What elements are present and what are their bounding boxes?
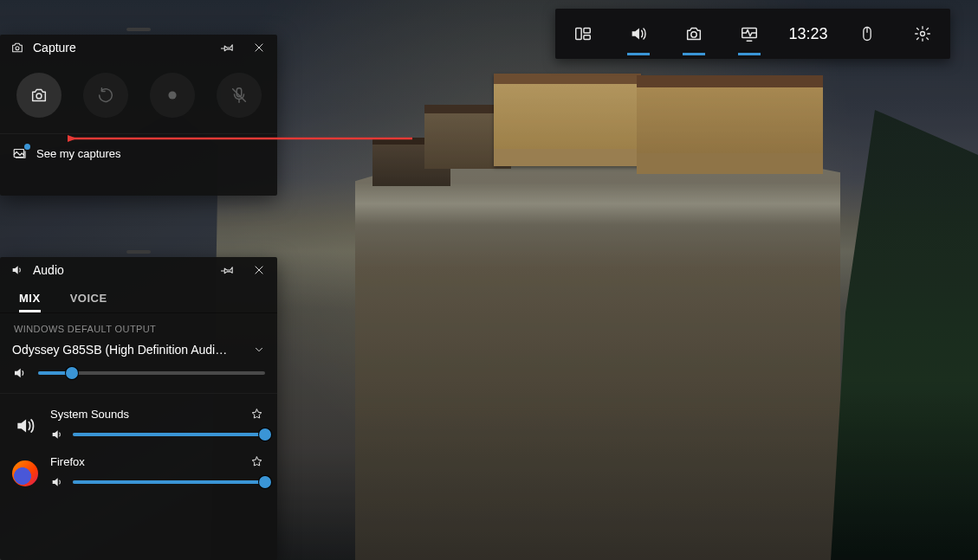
- record-last-button[interactable]: [83, 73, 128, 118]
- app-name: Firefox: [50, 455, 85, 468]
- favorite-button[interactable]: [250, 408, 263, 421]
- capture-title: Capture: [33, 41, 76, 55]
- pin-button[interactable]: [217, 259, 239, 281]
- mixer-row-firefox: Firefox: [12, 450, 265, 498]
- see-my-captures-button[interactable]: See my captures: [0, 133, 277, 172]
- audio-button[interactable]: [611, 9, 666, 59]
- capture-panel: Capture See my captures: [0, 35, 277, 196]
- app-name: System Sounds: [50, 408, 129, 421]
- pin-button[interactable]: [217, 36, 239, 59]
- drag-handle[interactable]: [126, 250, 151, 254]
- screenshot-button[interactable]: [16, 73, 62, 118]
- master-volume-slider[interactable]: [38, 371, 265, 375]
- mic-toggle-button[interactable]: [217, 73, 262, 118]
- tab-mix[interactable]: MIX: [19, 286, 41, 312]
- svg-point-10: [168, 91, 176, 99]
- output-device-name: Odyssey G85SB (High Definition Audio D..…: [12, 343, 229, 357]
- settings-button[interactable]: [895, 9, 950, 59]
- capture-button[interactable]: [666, 9, 722, 59]
- default-output-label: WINDOWS DEFAULT OUTPUT: [0, 313, 277, 339]
- app-volume-slider[interactable]: [73, 433, 265, 436]
- svg-rect-2: [584, 35, 590, 40]
- start-recording-button[interactable]: [150, 73, 195, 118]
- svg-point-9: [36, 93, 42, 99]
- svg-rect-0: [576, 29, 581, 40]
- drag-handle[interactable]: [126, 28, 151, 31]
- mouse-button[interactable]: [839, 9, 895, 59]
- speaker-icon[interactable]: [50, 428, 64, 441]
- speaker-icon: [10, 263, 24, 277]
- favorite-button[interactable]: [250, 455, 263, 468]
- close-button[interactable]: [248, 259, 270, 281]
- audio-title: Audio: [33, 263, 64, 277]
- system-sounds-icon: [12, 413, 38, 439]
- widgets-button[interactable]: [555, 9, 611, 59]
- svg-point-3: [691, 32, 696, 37]
- gallery-icon: [12, 145, 28, 161]
- gamebar-toolbar: 13:23: [555, 9, 950, 59]
- audio-panel: Audio MIX VOICE WINDOWS DEFAULT OUTPUT O…: [0, 257, 277, 560]
- tab-voice[interactable]: VOICE: [70, 286, 107, 312]
- mixer-row-system-sounds: System Sounds: [12, 402, 265, 450]
- performance-button[interactable]: [722, 9, 777, 59]
- svg-rect-1: [584, 29, 590, 34]
- clock: 13:23: [777, 9, 839, 59]
- output-device-dropdown[interactable]: Odyssey G85SB (High Definition Audio D..…: [0, 339, 277, 365]
- speaker-icon[interactable]: [12, 365, 28, 381]
- svg-point-8: [16, 47, 19, 50]
- camera-icon: [10, 41, 24, 55]
- speaker-icon[interactable]: [50, 475, 64, 489]
- see-my-captures-label: See my captures: [36, 147, 121, 160]
- chevron-down-icon: [253, 344, 265, 356]
- app-volume-slider[interactable]: [73, 480, 265, 484]
- close-button[interactable]: [248, 36, 270, 59]
- svg-point-7: [921, 32, 925, 36]
- firefox-icon: [12, 460, 38, 486]
